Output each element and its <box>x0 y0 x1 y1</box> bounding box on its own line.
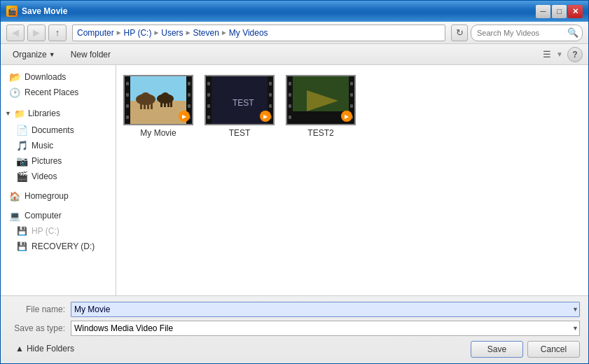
filename-label: File name: <box>9 304 65 314</box>
sidebar-label-music: Music <box>32 141 53 150</box>
view-buttons: ☰ ▼ ? <box>539 47 583 62</box>
sidebar-item-recent-places[interactable]: 🕑 Recent Places <box>1 85 116 100</box>
svg-rect-4 <box>140 101 142 109</box>
pictures-icon: 📷 <box>16 155 27 167</box>
savetype-dropdown-wrap: Windows Media Video FileMP4 Video File ▼ <box>71 321 580 336</box>
search-icon: 🔍 <box>567 27 578 38</box>
minimize-button[interactable]: ─ <box>536 5 550 18</box>
refresh-button[interactable]: ↻ <box>451 24 468 41</box>
play-badge-test: ▶ <box>260 111 271 122</box>
sidebar-item-music[interactable]: 🎵 Music <box>1 138 116 153</box>
up-button[interactable]: ↑ <box>48 24 67 41</box>
sprocket-left-test2 <box>287 76 293 124</box>
sidebar-item-computer[interactable]: 💻 Computer <box>1 208 116 223</box>
svg-point-3 <box>141 92 150 99</box>
breadcrumb-users[interactable]: Users <box>161 28 183 38</box>
sidebar-label-videos: Videos <box>32 172 57 181</box>
file-label-test2: TEST2 <box>289 128 353 138</box>
breadcrumb-computer[interactable]: Computer <box>77 28 114 38</box>
sidebar-label-downloads: Downloads <box>25 72 66 82</box>
save-button[interactable]: Save <box>471 341 523 358</box>
sidebar-item-pictures[interactable]: 📷 Pictures <box>1 153 116 169</box>
sidebar-label-computer: Computer <box>25 211 62 220</box>
navigation-toolbar: ◀ ▶ ↑ Computer ► HP (C:) ► Users ► Steve… <box>1 22 588 44</box>
homegroup-icon: 🏠 <box>9 190 20 202</box>
help-button[interactable]: ? <box>567 47 583 62</box>
sidebar-label-recovery: RECOVERY (D:) <box>32 241 95 251</box>
hpc-drive-icon: 💾 <box>16 225 27 237</box>
svg-rect-13 <box>170 100 172 107</box>
filename-input-wrap: ▼ <box>71 302 580 317</box>
title-bar: 🎬 Save Movie ─ □ ✕ <box>1 1 588 22</box>
search-input[interactable] <box>471 24 583 41</box>
close-button[interactable]: ✕ <box>568 5 583 18</box>
sidebar-label-documents: Documents <box>32 125 74 135</box>
hide-folders-button[interactable]: ▲ Hide Folders <box>9 340 81 357</box>
save-movie-dialog: 🎬 Save Movie ─ □ ✕ ◀ ▶ ↑ Computer ► HP (… <box>0 0 589 364</box>
file-item-mymovie[interactable]: ▶ My Movie <box>123 72 193 141</box>
sidebar-item-downloads[interactable]: 📂 Downloads <box>1 69 116 85</box>
thumbnail-test2: ▶ <box>286 75 356 125</box>
sidebar-label-hpc: HP (C:) <box>32 226 60 236</box>
action-bar: Organize ▼ New folder ☰ ▼ ? <box>1 44 588 65</box>
thumbnail-test: TEST ▶ <box>205 75 275 125</box>
breadcrumb-myvideos[interactable]: My Videos <box>229 28 268 38</box>
downloads-folder-icon: 📂 <box>9 71 20 83</box>
back-button[interactable]: ◀ <box>6 24 25 41</box>
file-item-test2[interactable]: ▶ TEST2 <box>286 72 356 141</box>
filename-input[interactable] <box>71 302 580 317</box>
svg-rect-5 <box>144 101 146 109</box>
computer-icon: 💻 <box>9 210 20 221</box>
file-label-test: TEST <box>207 128 272 138</box>
svg-rect-7 <box>151 101 153 109</box>
savetype-select[interactable]: Windows Media Video FileMP4 Video File <box>71 321 580 336</box>
search-box-wrap: 🔍 <box>471 24 583 41</box>
sidebar-item-recovery[interactable]: 💾 RECOVERY (D:) <box>1 239 116 254</box>
file-label-mymovie: My Movie <box>126 128 190 138</box>
sidebar-libraries-header[interactable]: ▼ 📁 Libraries <box>1 104 116 122</box>
svg-rect-6 <box>147 101 149 109</box>
breadcrumb-hpc[interactable]: HP (C:) <box>124 28 152 38</box>
cancel-button[interactable]: Cancel <box>527 341 580 358</box>
play-badge-mymovie: ▶ <box>179 111 190 122</box>
dialog-buttons: Save Cancel <box>471 341 580 358</box>
libraries-expand-icon: ▼ <box>5 110 11 117</box>
bottom-actions: ▲ Hide Folders Save Cancel <box>9 340 580 358</box>
filename-row: File name: ▼ <box>9 302 580 317</box>
sidebar-label-recent-places: Recent Places <box>25 88 78 97</box>
recovery-drive-icon: 💾 <box>16 241 27 252</box>
bottom-bar: File name: ▼ Save as type: Windows Media… <box>1 295 588 363</box>
savetype-row: Save as type: Windows Media Video FileMP… <box>9 321 580 336</box>
sidebar-item-documents[interactable]: 📄 Documents <box>1 122 116 138</box>
window-icon: 🎬 <box>6 6 18 17</box>
svg-rect-12 <box>167 100 169 107</box>
new-folder-button[interactable]: New folder <box>64 47 117 62</box>
breadcrumb-steven[interactable]: Steven <box>193 28 219 38</box>
organize-button[interactable]: Organize ▼ <box>6 47 62 62</box>
sidebar-label-homegroup: Homegroup <box>25 191 69 201</box>
svg-point-9 <box>162 92 169 98</box>
music-icon: 🎵 <box>16 140 27 151</box>
videos-icon: 🎬 <box>16 171 27 182</box>
sidebar-item-homegroup[interactable]: 🏠 Homegroup <box>1 188 116 204</box>
svg-rect-11 <box>164 100 166 107</box>
organize-arrow-icon: ▼ <box>49 51 55 58</box>
thumb-img-test: TEST <box>212 76 268 124</box>
svg-text:TEST: TEST <box>233 98 254 108</box>
documents-icon: 📄 <box>16 125 27 136</box>
svg-rect-10 <box>160 100 162 107</box>
sidebar: 📂 Downloads 🕑 Recent Places ▼ 📁 Librarie… <box>1 65 116 295</box>
file-item-test[interactable]: TEST ▶ TEST <box>205 72 275 141</box>
play-badge-test2: ▶ <box>341 111 352 122</box>
thumbnail-mymovie: ▶ <box>123 75 193 125</box>
thumb-img-test2 <box>293 76 349 124</box>
sidebar-item-hpc[interactable]: 💾 HP (C:) <box>1 223 116 239</box>
sidebar-item-videos[interactable]: 🎬 Videos <box>1 169 116 184</box>
sprocket-left-test <box>206 76 212 124</box>
forward-button[interactable]: ▶ <box>27 24 46 41</box>
view-details-button[interactable]: ☰ <box>539 47 555 62</box>
title-bar-buttons: ─ □ ✕ <box>536 5 583 18</box>
maximize-button[interactable]: □ <box>552 5 567 18</box>
libraries-icon: 📁 <box>14 108 25 119</box>
recent-places-icon: 🕑 <box>9 87 20 98</box>
